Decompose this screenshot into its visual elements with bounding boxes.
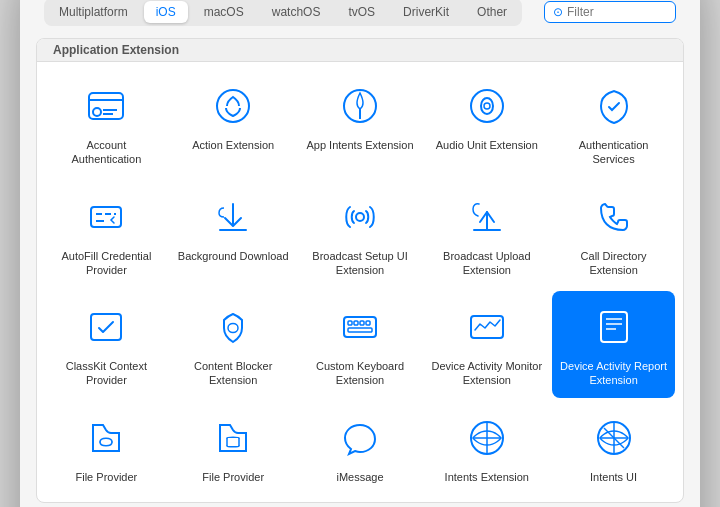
svg-rect-17 <box>354 321 358 325</box>
item-label-intents-ui: Intents UI <box>590 470 637 484</box>
svg-rect-14 <box>91 314 121 340</box>
tab-driverkit[interactable]: DriverKit <box>391 1 461 23</box>
item-label-broadcast-upload: Broadcast Upload Extension <box>431 249 542 278</box>
intents-ui-icon <box>588 412 640 464</box>
svg-rect-9 <box>91 207 121 227</box>
tab-watchos[interactable]: watchOS <box>260 1 333 23</box>
item-label-bg-download: Background Download <box>178 249 289 263</box>
item-device-monitor[interactable]: Device Activity Monitor Extension <box>425 291 548 398</box>
svg-rect-15 <box>344 317 376 337</box>
auth-services-icon <box>588 80 640 132</box>
item-bg-download[interactable]: Background Download <box>172 181 295 288</box>
svg-rect-19 <box>366 321 370 325</box>
template-dialog: Choose a template for your new target: M… <box>20 0 700 507</box>
action-ext-icon <box>207 80 259 132</box>
item-broadcast-upload[interactable]: Broadcast Upload Extension <box>425 181 548 288</box>
broadcast-upload-icon <box>461 191 513 243</box>
filter-icon: ⊙ <box>553 5 563 19</box>
item-intents-ui[interactable]: Intents UI <box>552 402 675 494</box>
bg-download-icon <box>207 191 259 243</box>
imessage-icon <box>334 412 386 464</box>
dialog-footer: Cancel Previous Next <box>20 503 700 507</box>
item-label-broadcast-setup: Broadcast Setup UI Extension <box>305 249 416 278</box>
item-file-provider-1[interactable]: File Provider <box>45 402 168 494</box>
item-app-intents[interactable]: App Intents Extension <box>299 70 422 177</box>
file-provider-1-icon <box>80 412 132 464</box>
item-label-custom-keyboard: Custom Keyboard Extension <box>305 359 416 388</box>
tab-multiplatform[interactable]: Multiplatform <box>47 1 140 23</box>
item-label-device-monitor: Device Activity Monitor Extension <box>431 359 542 388</box>
account-auth-icon <box>80 80 132 132</box>
classkit-icon <box>80 301 132 353</box>
tab-other[interactable]: Other <box>465 1 519 23</box>
item-broadcast-setup[interactable]: Broadcast Setup UI Extension <box>299 181 422 288</box>
call-dir-icon <box>588 191 640 243</box>
tab-macos[interactable]: macOS <box>192 1 256 23</box>
svg-point-5 <box>217 90 249 122</box>
app-intents-icon <box>334 80 386 132</box>
tabs-row: Multiplatform iOS macOS watchOS tvOS Dri… <box>44 0 676 26</box>
item-content-blocker[interactable]: Content Blocker Extension <box>172 291 295 398</box>
custom-keyboard-icon <box>334 301 386 353</box>
intents-icon <box>461 412 513 464</box>
item-imessage[interactable]: iMessage <box>299 402 422 494</box>
item-file-provider-2[interactable]: File Provider <box>172 402 295 494</box>
item-label-imessage: iMessage <box>336 470 383 484</box>
svg-rect-18 <box>360 321 364 325</box>
device-report-icon <box>588 301 640 353</box>
item-device-report[interactable]: Device Activity Report Extension <box>552 291 675 398</box>
svg-point-13 <box>356 213 364 221</box>
item-label-call-dir: Call Directory Extension <box>558 249 669 278</box>
item-classkit[interactable]: ClassKit Context Provider <box>45 291 168 398</box>
item-label-intents: Intents Extension <box>445 470 529 484</box>
content-blocker-icon <box>207 301 259 353</box>
svg-rect-16 <box>348 321 352 325</box>
item-label-file-provider-1: File Provider <box>76 470 138 484</box>
template-grid: Account Authentication Action Extension <box>37 62 683 502</box>
item-autofill[interactable]: AutoFill Credential Provider <box>45 181 168 288</box>
svg-point-8 <box>484 103 490 109</box>
item-label-audio-unit: Audio Unit Extension <box>436 138 538 152</box>
filter-input[interactable] <box>567 5 667 19</box>
item-auth-services[interactable]: Authentication Services <box>552 70 675 177</box>
audio-unit-icon <box>461 80 513 132</box>
template-grid-container: Application Extension Account Authentica… <box>36 38 684 503</box>
item-label-file-provider-2: File Provider <box>202 470 264 484</box>
item-label-app-intents: App Intents Extension <box>306 138 413 152</box>
item-action-ext[interactable]: Action Extension <box>172 70 295 177</box>
item-label-autofill: AutoFill Credential Provider <box>51 249 162 278</box>
item-label-action-ext: Action Extension <box>192 138 274 152</box>
item-custom-keyboard[interactable]: Custom Keyboard Extension <box>299 291 422 398</box>
svg-point-2 <box>93 108 101 116</box>
tab-tvos[interactable]: tvOS <box>336 1 387 23</box>
item-intents[interactable]: Intents Extension <box>425 402 548 494</box>
broadcast-setup-icon <box>334 191 386 243</box>
autofill-icon <box>80 191 132 243</box>
platform-tabs: Multiplatform iOS macOS watchOS tvOS Dri… <box>44 0 522 26</box>
svg-rect-22 <box>601 312 627 342</box>
item-label-device-report: Device Activity Report Extension <box>558 359 669 388</box>
item-label-classkit: ClassKit Context Provider <box>51 359 162 388</box>
item-label-auth-services: Authentication Services <box>558 138 669 167</box>
item-account-auth[interactable]: Account Authentication <box>45 70 168 177</box>
svg-rect-21 <box>471 316 503 338</box>
tab-ios[interactable]: iOS <box>144 1 188 23</box>
section-header: Application Extension <box>37 39 683 62</box>
file-provider-2-icon <box>207 412 259 464</box>
svg-point-7 <box>471 90 503 122</box>
item-call-dir[interactable]: Call Directory Extension <box>552 181 675 288</box>
item-audio-unit[interactable]: Audio Unit Extension <box>425 70 548 177</box>
filter-wrap[interactable]: ⊙ <box>544 1 676 23</box>
item-label-account-auth: Account Authentication <box>51 138 162 167</box>
dialog-header: Choose a template for your new target: M… <box>20 0 700 38</box>
item-label-content-blocker: Content Blocker Extension <box>178 359 289 388</box>
svg-rect-20 <box>348 328 372 332</box>
device-monitor-icon <box>461 301 513 353</box>
